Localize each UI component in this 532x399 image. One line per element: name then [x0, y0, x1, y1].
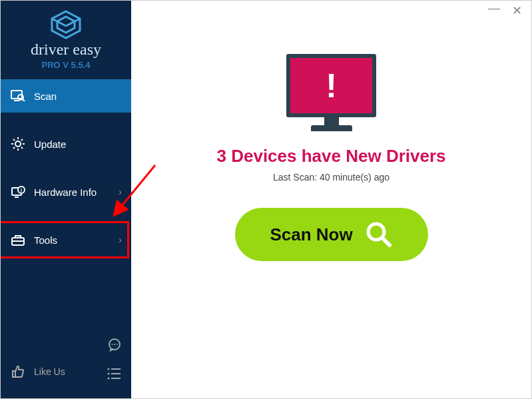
thumbs-up-icon [10, 364, 26, 380]
main-panel: ! 3 Devices have New Drivers Last Scan: … [131, 21, 531, 398]
svg-text:i: i [21, 188, 22, 193]
svg-point-8 [15, 141, 21, 147]
magnifier-icon [365, 220, 393, 248]
exclamation-icon: ! [326, 67, 337, 105]
sidebar-item-tools[interactable]: Tools › [1, 223, 131, 256]
search-monitor-icon [10, 88, 26, 104]
sidebar-item-label: Tools [34, 234, 57, 246]
svg-point-17 [114, 344, 115, 345]
svg-marker-0 [52, 11, 80, 38]
svg-marker-1 [57, 17, 75, 33]
chat-icon[interactable] [107, 338, 122, 355]
app-logo-icon [49, 10, 83, 39]
sidebar-item-like-us[interactable]: Like Us [1, 358, 131, 385]
headline-text: 3 Devices have New Drivers [217, 146, 446, 167]
gear-icon [10, 136, 26, 152]
sidebar-item-label: Scan [34, 91, 57, 102]
last-scan-text: Last Scan: 40 minute(s) ago [273, 172, 390, 183]
scan-now-label: Scan Now [270, 224, 352, 245]
svg-point-16 [112, 344, 113, 345]
sidebar-item-label: Update [34, 139, 66, 150]
sidebar-item-label: Like Us [34, 366, 65, 377]
title-bar: — ✕ [131, 1, 531, 21]
toolbox-icon [10, 232, 26, 248]
sidebar-item-hardware-info[interactable]: i Hardware Info › [1, 175, 131, 208]
svg-line-7 [23, 99, 25, 101]
sidebar-item-update[interactable]: Update [1, 127, 131, 161]
close-icon[interactable]: ✕ [512, 3, 522, 18]
scan-now-button[interactable]: Scan Now [235, 208, 428, 261]
monitor-alert-graphic: ! [286, 54, 376, 131]
sidebar-item-label: Hardware Info [34, 187, 97, 198]
app-version: PRO V 5.5.4 [42, 60, 91, 70]
chevron-right-icon: › [119, 234, 122, 245]
logo-area: driver easy PRO V 5.5.4 [1, 1, 131, 79]
app-name: driver easy [31, 41, 101, 59]
sidebar: driver easy PRO V 5.5.4 Scan Update [1, 1, 131, 398]
sidebar-item-scan[interactable]: Scan [1, 79, 131, 113]
minimize-icon[interactable]: — [488, 1, 500, 15]
info-badge-icon: i [10, 184, 26, 200]
svg-point-18 [117, 344, 118, 345]
svg-line-28 [382, 238, 390, 245]
chevron-right-icon: › [119, 187, 122, 197]
